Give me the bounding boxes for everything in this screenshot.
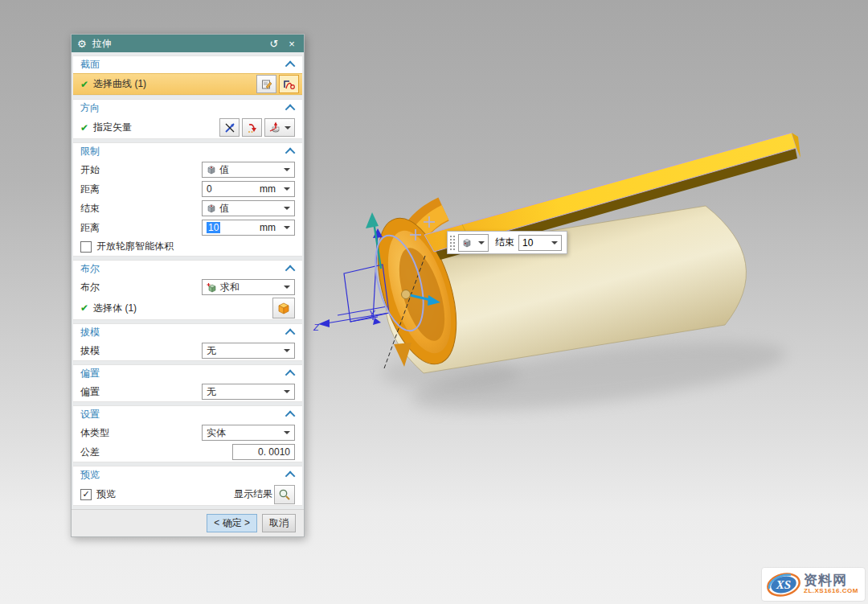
collapse-chevron-icon[interactable] <box>285 265 296 276</box>
open-profile-label: 开放轮廓智能体积 <box>96 240 174 253</box>
svg-text:XS: XS <box>776 578 791 591</box>
draft-group-title: 拔模 <box>80 326 100 339</box>
end-mode-mini-dropdown[interactable] <box>458 234 489 252</box>
boolean-dropdown[interactable]: 求和 <box>202 279 295 295</box>
caret-down-icon <box>284 349 290 352</box>
sketch-section-button[interactable] <box>256 75 276 93</box>
open-profile-checkbox[interactable] <box>80 241 92 253</box>
direction-group-header[interactable]: 方向 <box>73 100 302 117</box>
y-axis-arrowhead <box>373 318 381 325</box>
cube-icon <box>207 165 216 175</box>
magnifier-icon <box>278 488 291 501</box>
toolbar-grip-handle[interactable] <box>449 235 455 250</box>
start-distance-input[interactable]: 0 mm <box>202 181 295 197</box>
collapse-chevron-icon[interactable] <box>285 61 296 72</box>
settings-group-header[interactable]: 设置 <box>73 406 302 423</box>
caret-down-icon <box>284 207 290 210</box>
collapse-chevron-icon[interactable] <box>285 471 296 482</box>
start-mode-dropdown[interactable]: 值 <box>202 162 295 178</box>
preview-group-title: 预览 <box>80 468 100 482</box>
select-body-button[interactable] <box>272 298 295 318</box>
ok-button[interactable]: < 确定 > <box>207 514 257 532</box>
offset-label: 偏置 <box>80 385 202 399</box>
offset-group-title: 偏置 <box>80 367 100 380</box>
boolean-label: 布尔 <box>80 281 202 294</box>
z-axis-label: Z <box>313 323 320 332</box>
mini-end-value: 10 <box>522 237 548 249</box>
end-distance-input[interactable]: 10 mm <box>202 220 295 236</box>
caret-down-icon <box>284 226 290 229</box>
check-icon: ✔ <box>80 302 88 314</box>
offset-value: 无 <box>207 385 280 399</box>
dialog-title: 拉伸 <box>92 37 263 51</box>
direction-vector-arrowhead[interactable] <box>366 212 379 228</box>
dialog-footer: < 确定 > 取消 <box>72 509 304 536</box>
select-curve-row[interactable]: ✔ 选择曲线 (1) <box>73 73 302 95</box>
caret-down-icon <box>284 286 290 289</box>
section-group-title: 截面 <box>80 58 100 72</box>
settings-group: 设置 体类型 实体 公差 0. 0010 <box>73 405 302 462</box>
inferred-vector-button[interactable] <box>242 118 262 137</box>
boolean-group-header[interactable]: 布尔 <box>73 261 302 277</box>
body-type-label: 体类型 <box>80 426 202 440</box>
select-body-row[interactable]: ✔ 选择体 (1) <box>73 297 302 319</box>
caret-down-icon <box>478 241 485 244</box>
offset-dropdown[interactable]: 无 <box>202 384 295 400</box>
end-mode-value: 值 <box>219 202 280 216</box>
collapse-chevron-icon[interactable] <box>285 370 296 380</box>
end-row: 结束 值 <box>73 199 302 218</box>
boolean-group-title: 布尔 <box>80 262 100 276</box>
collapse-chevron-icon[interactable] <box>285 105 296 115</box>
cube-icon <box>462 238 472 248</box>
offset-row: 偏置 无 <box>73 382 302 401</box>
reset-button[interactable]: ↺ <box>268 38 280 50</box>
boolean-value: 求和 <box>220 281 280 294</box>
end-label: 结束 <box>80 202 202 216</box>
body-type-dropdown[interactable]: 实体 <box>202 425 295 441</box>
mini-end-input[interactable]: 10 <box>518 235 562 251</box>
solid-body-icon <box>276 301 291 315</box>
drag-handle-ball[interactable] <box>402 290 411 299</box>
watermark-site-url: ZL.XS1616.COM <box>804 587 858 594</box>
onscreen-input-toolbar[interactable]: 结束 10 <box>447 231 567 254</box>
two-point-vector-icon <box>224 122 235 134</box>
vector-method-dropdown-button[interactable] <box>264 118 295 137</box>
curve-select-button[interactable] <box>279 75 299 93</box>
body-type-value: 实体 <box>207 426 280 440</box>
end-distance-unit: mm <box>260 222 276 233</box>
caret-down-icon <box>284 390 290 393</box>
tolerance-value: 0. 0010 <box>258 446 290 458</box>
preview-group-header[interactable]: 预览 <box>73 466 302 483</box>
limits-group-header[interactable]: 限制 <box>73 143 302 160</box>
collapse-chevron-icon[interactable] <box>285 411 296 421</box>
start-distance-value: 0 <box>207 183 260 195</box>
settings-group-title: 设置 <box>80 408 100 421</box>
draft-group: 拔模 拔模 无 <box>73 323 302 361</box>
end-distance-value: 10 <box>207 222 260 233</box>
mini-end-label: 结束 <box>495 236 514 249</box>
close-button[interactable]: × <box>285 38 298 50</box>
body-type-row: 体类型 实体 <box>73 423 302 442</box>
start-row: 开始 值 <box>73 160 302 179</box>
draft-dropdown[interactable]: 无 <box>202 343 295 359</box>
preview-checkbox[interactable]: ✓ <box>80 489 92 500</box>
caret-down-icon <box>551 241 558 244</box>
caret-down-icon <box>285 126 291 129</box>
preview-row: ✓ 预览 显示结果 <box>73 483 302 505</box>
y-axis-label: Y <box>369 309 375 318</box>
caret-down-icon <box>284 431 290 434</box>
collapse-chevron-icon[interactable] <box>285 148 296 158</box>
show-result-button[interactable] <box>274 485 295 504</box>
two-point-vector-button[interactable] <box>219 118 240 137</box>
tolerance-input[interactable]: 0. 0010 <box>232 444 295 460</box>
collapse-chevron-icon[interactable] <box>285 329 296 339</box>
offset-group-header[interactable]: 偏置 <box>73 365 302 382</box>
preview-label: 预览 <box>96 487 234 501</box>
limits-group: 限制 开始 值 距离 0 <box>73 142 302 257</box>
draft-group-header[interactable]: 拔模 <box>73 324 302 341</box>
end-mode-dropdown[interactable]: 值 <box>202 200 295 216</box>
cancel-button[interactable]: 取消 <box>262 514 296 532</box>
section-group-header[interactable]: 截面 <box>73 56 302 73</box>
caret-down-icon <box>284 187 290 191</box>
dialog-titlebar[interactable]: ⚙ 拉伸 ↺ × <box>72 35 304 52</box>
